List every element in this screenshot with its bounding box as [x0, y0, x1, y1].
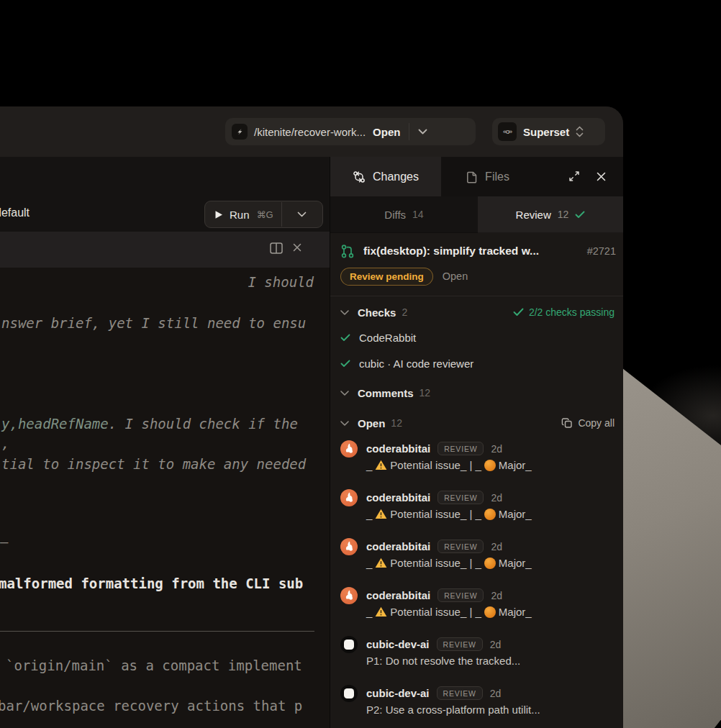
orange-circle-icon [484, 509, 496, 520]
tab-review[interactable]: Review 12 [478, 196, 623, 232]
copy-all-button[interactable]: Copy all [561, 417, 615, 429]
editor-line: I should [248, 274, 314, 290]
open-header[interactable]: Open 12 Copy all [340, 414, 615, 432]
run-options-chevron-icon[interactable] [297, 211, 307, 217]
review-badge: REVIEW [437, 686, 483, 700]
editor-line: y,headRefName. I should check if the [1, 416, 298, 432]
editor-tab-label: default [0, 206, 30, 219]
wallpaper-photo [623, 106, 721, 728]
comment-body: _ Potential issue_ | _ Major_ [366, 606, 532, 618]
run-label: Run [230, 209, 250, 221]
project-selector[interactable]: /kitenite/recover-work... Open [225, 118, 476, 145]
comment-item[interactable]: cubic-dev-ai REVIEW 2d P1: Do not resolv… [340, 635, 616, 677]
chevron-down-icon[interactable] [340, 310, 349, 315]
chevron-down-icon[interactable] [340, 421, 349, 426]
git-compare-icon [353, 170, 366, 183]
pr-state: Open [443, 270, 468, 282]
editor-line: — [0, 534, 8, 550]
check-icon [513, 308, 524, 317]
editor-line: `origin/main` as a compact implement [6, 658, 302, 673]
pr-title: fix(desktop): simplify tracked w... [363, 245, 539, 258]
editor-line: malformed formatting from the CLI sub [0, 575, 303, 591]
editor-line: tial to inspect it to make any needed [1, 456, 306, 472]
chevron-updown-icon [576, 126, 584, 137]
comment-item[interactable]: coderabbitai REVIEW 2d _ Potential issue… [340, 537, 616, 579]
app-name: Superset [523, 126, 569, 138]
comment-body: P2: Use a cross-platform path utilit... [366, 704, 540, 716]
editor-toolbar: default Run ⌘G [0, 196, 330, 232]
run-shortcut: ⌘G [257, 209, 273, 220]
project-icon [232, 124, 248, 140]
comment-body: P1: Do not resolve the tracked... [366, 655, 520, 667]
tab-changes[interactable]: Changes [330, 157, 441, 196]
review-badge: REVIEW [437, 588, 484, 602]
panel-tabbar: Changes Files [0, 157, 623, 196]
warning-icon [375, 509, 387, 519]
editor-output[interactable]: I should nswer brief, yet I still need t… [0, 268, 330, 728]
close-pane-icon[interactable] [292, 242, 302, 252]
copy-icon [561, 417, 573, 429]
editor-line: nswer brief, yet I still need to ensu [1, 315, 306, 331]
pr-number: #2721 [587, 245, 616, 257]
project-state: Open [373, 126, 400, 138]
editor-line: , [1, 435, 9, 451]
check-icon [340, 360, 350, 368]
close-panel-button[interactable] [591, 167, 610, 186]
checks-status: 2/2 checks passing [529, 306, 615, 318]
chevron-down-icon[interactable] [340, 391, 349, 396]
review-badge: REVIEW [437, 540, 484, 553]
check-item[interactable]: cubic · AI code reviewer [340, 355, 473, 372]
tab-diffs[interactable]: Diffs 14 [330, 196, 478, 233]
app-window: /kitenite/recover-work... Open «o» Super… [0, 106, 623, 728]
markdown-rule [0, 631, 314, 632]
project-path: /kitenite/recover-work... [254, 126, 366, 138]
coderabbit-avatar [340, 538, 358, 555]
warning-icon [375, 606, 387, 617]
review-pending-badge: Review pending [340, 268, 433, 286]
comments-header[interactable]: Comments 12 [340, 383, 615, 402]
review-sections: Checks 2 2/2 checks passing CodeRabbit c… [330, 296, 623, 728]
cubic-avatar [340, 636, 358, 653]
coderabbit-avatar [340, 440, 358, 458]
coderabbit-avatar [340, 489, 358, 506]
comment-body: _ Potential issue_ | _ Major_ [366, 557, 532, 569]
checks-header[interactable]: Checks 2 2/2 checks passing [340, 303, 615, 322]
tab-files[interactable]: Files [441, 157, 535, 196]
file-icon [466, 170, 478, 183]
tab-files-label: Files [485, 170, 509, 183]
orange-circle-icon [484, 558, 496, 569]
review-badge: REVIEW [437, 637, 483, 651]
comment-item[interactable]: coderabbitai REVIEW 2d _ Potential issue… [340, 488, 616, 530]
review-badge: REVIEW [437, 442, 484, 455]
cubic-avatar [340, 685, 358, 702]
warning-icon [375, 460, 387, 470]
review-check-icon [575, 211, 585, 219]
app-switcher[interactable]: «o» Superset [492, 118, 605, 145]
orange-circle-icon [484, 460, 496, 471]
check-icon [340, 334, 350, 342]
review-panel: Diffs 14 Review 12 fix(desktop): s [330, 196, 623, 728]
orange-circle-icon [484, 606, 496, 618]
run-button[interactable]: Run ⌘G [204, 201, 323, 228]
pull-request-icon [340, 244, 355, 259]
tab-changes-label: Changes [373, 170, 419, 183]
comment-item[interactable]: cubic-dev-ai REVIEW 2d P2: Use a cross-p… [340, 684, 616, 726]
expand-panel-button[interactable] [565, 167, 584, 186]
check-item[interactable]: CodeRabbit [340, 329, 416, 346]
pill-divider [409, 123, 409, 140]
editor-tabstrip [0, 157, 330, 197]
comment-body: _ Potential issue_ | _ Major_ [366, 508, 532, 520]
superset-icon: «o» [498, 122, 517, 141]
comment-item[interactable]: coderabbitai REVIEW 2d _ Potential issue… [340, 586, 616, 628]
run-divider [281, 202, 282, 227]
coderabbit-avatar [340, 587, 358, 604]
chevron-down-icon[interactable] [418, 129, 427, 135]
review-badge: REVIEW [437, 491, 484, 504]
comment-item[interactable]: coderabbitai REVIEW 2d _ Potential issue… [340, 440, 616, 481]
editor-pane-header [0, 232, 330, 268]
warning-icon [375, 558, 387, 568]
split-pane-icon[interactable] [269, 242, 284, 255]
pr-summary[interactable]: fix(desktop): simplify tracked w... #272… [330, 232, 623, 296]
review-subtabs: Diffs 14 Review 12 [330, 196, 623, 232]
comment-body: _ Potential issue_ | _ Major_ [366, 459, 532, 471]
